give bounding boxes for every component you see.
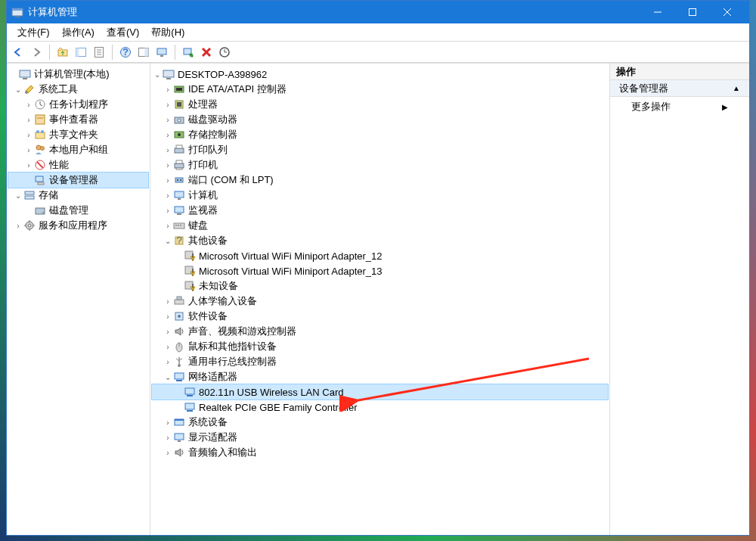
node-performance[interactable]: ›性能 (8, 157, 148, 173)
node-local-users[interactable]: ›本地用户和组 (8, 142, 148, 157)
cat-system-devices[interactable]: ›系统设备 (152, 415, 608, 430)
dev-unknown[interactable]: !未知设备 (152, 278, 608, 294)
svg-rect-94 (185, 403, 194, 409)
cat-software-devices[interactable]: ›软件设备 (152, 309, 608, 324)
printer-icon (173, 159, 185, 171)
collapse-icon: ▲ (733, 84, 740, 92)
computer-icon (163, 68, 175, 80)
node-disk-mgmt[interactable]: ›磁盘管理 (8, 203, 148, 218)
more-actions-item[interactable]: 更多操作 ▶ (610, 97, 749, 117)
svg-rect-70 (178, 225, 179, 226)
minimize-button[interactable] (640, 1, 675, 23)
svg-rect-98 (175, 434, 184, 440)
svg-rect-64 (175, 191, 184, 197)
node-shared-folders[interactable]: ›共享文件夹 (8, 127, 148, 142)
cat-disk-drives[interactable]: ›磁盘驱动器 (152, 112, 608, 127)
cat-other-devices[interactable]: ⌄?其他设备 (152, 233, 608, 248)
svg-rect-61 (175, 178, 183, 182)
svg-rect-91 (176, 380, 182, 381)
dev-usb-wlan[interactable]: 802.11n USB Wireless LAN Card (152, 384, 608, 400)
cat-display-adapters[interactable]: ›显示适配器 (152, 430, 608, 445)
cat-usb[interactable]: ›通用串行总线控制器 (152, 354, 608, 369)
cat-monitors[interactable]: ›监视器 (152, 203, 608, 218)
svg-point-35 (41, 147, 45, 151)
svg-rect-67 (177, 213, 181, 215)
node-event-viewer[interactable]: ›事件查看器 (8, 112, 148, 127)
node-storage[interactable]: ⌄存储 (8, 188, 148, 203)
actions-header: 操作 (610, 64, 749, 80)
svg-rect-26 (23, 78, 27, 79)
help-button[interactable]: ? (117, 44, 134, 61)
toolbar: ? (7, 42, 749, 63)
up-button[interactable] (54, 44, 71, 61)
svg-rect-4 (689, 9, 696, 16)
cat-mouse[interactable]: ›鼠标和其他指针设备 (152, 339, 608, 354)
svg-rect-19 (160, 55, 163, 57)
cat-printers[interactable]: ›打印机 (152, 157, 608, 173)
dev-wifi-miniport-12[interactable]: !Microsoft Virtual WiFi Miniport Adapter… (152, 248, 608, 263)
svg-rect-66 (175, 207, 184, 213)
event-icon (34, 113, 46, 126)
node-device-manager[interactable]: ›设备管理器 (8, 173, 148, 188)
dev-realtek-gbe[interactable]: Realtek PCIe GBE Family Controller (152, 400, 608, 415)
svg-rect-99 (178, 440, 181, 442)
device-tree-pane[interactable]: ⌄DESKTOP-A398962 ›IDE ATA/ATAPI 控制器 ›处理器… (150, 64, 610, 535)
maximize-button[interactable] (675, 1, 710, 23)
cat-ide[interactable]: ›IDE ATA/ATAPI 控制器 (152, 82, 608, 97)
keyboard-icon (173, 219, 185, 232)
monitor-icon-button[interactable] (153, 44, 170, 61)
perf-icon (34, 159, 46, 171)
menu-help[interactable]: 帮助(H) (145, 24, 191, 41)
cat-print-queues[interactable]: ›打印队列 (152, 142, 608, 157)
monitor-icon (173, 204, 185, 216)
close-button[interactable] (710, 1, 745, 23)
disable-button[interactable] (198, 44, 215, 61)
svg-point-55 (178, 133, 181, 136)
sound-icon (173, 325, 185, 337)
cat-hid[interactable]: ›人体学输入设备 (152, 294, 608, 309)
cat-audio-io[interactable]: ›音频输入和输出 (152, 445, 608, 460)
svg-point-86 (178, 364, 181, 367)
cat-keyboards[interactable]: ›键盘 (152, 218, 608, 233)
svg-rect-97 (175, 419, 184, 421)
cat-storage-controllers[interactable]: ›存储控制器 (152, 127, 608, 142)
drive-icon (173, 113, 185, 126)
svg-rect-9 (76, 48, 79, 56)
menu-actions[interactable]: 操作(A) (56, 24, 101, 41)
svg-rect-56 (175, 148, 184, 153)
cat-processor[interactable]: ›处理器 (152, 97, 608, 112)
svg-rect-1 (12, 8, 23, 11)
device-root[interactable]: ⌄DESKTOP-A398962 (152, 67, 608, 82)
actions-section[interactable]: 设备管理器 ▲ (610, 80, 749, 97)
cat-sound[interactable]: ›声音、视频和游戏控制器 (152, 324, 608, 339)
properties-button[interactable] (91, 44, 107, 61)
node-system-tools[interactable]: ⌄系统工具 (8, 82, 148, 97)
forward-button[interactable] (28, 44, 45, 61)
scan-button[interactable] (180, 44, 197, 61)
node-computer-mgmt-local[interactable]: ▶计算机管理(本地) (8, 67, 148, 82)
show-console-button[interactable] (73, 44, 89, 61)
update-driver-button[interactable] (216, 44, 233, 61)
mouse-icon (173, 340, 185, 353)
users-icon (34, 144, 46, 156)
svg-rect-2 (15, 17, 20, 17)
node-task-scheduler[interactable]: ›任务计划程序 (8, 97, 148, 112)
disk-icon (34, 204, 46, 216)
left-tree-pane[interactable]: ▶计算机管理(本地) ⌄系统工具 ›任务计划程序 ›事件查看器 ›共享文件夹 ›… (7, 64, 150, 535)
menu-file[interactable]: 文件(F) (11, 24, 56, 41)
svg-rect-69 (175, 225, 177, 226)
dev-wifi-miniport-13[interactable]: !Microsoft Virtual WiFi Miniport Adapter… (152, 263, 608, 278)
svg-text:!: ! (191, 266, 194, 277)
svg-text:?: ? (176, 235, 181, 246)
menu-view[interactable]: 查看(V) (101, 24, 145, 41)
svg-rect-49 (176, 88, 182, 91)
toggle-tree-button[interactable] (135, 44, 152, 61)
svg-rect-47 (166, 78, 171, 79)
titlebar[interactable]: 计算机管理 (7, 1, 749, 23)
cat-network-adapters[interactable]: ⌄网络适配器 (152, 369, 608, 384)
svg-point-32 (36, 130, 39, 133)
back-button[interactable] (10, 44, 26, 61)
cat-computer[interactable]: ›计算机 (152, 188, 608, 203)
cat-ports[interactable]: ›端口 (COM 和 LPT) (152, 173, 608, 188)
node-services-apps[interactable]: ›服务和应用程序 (8, 218, 148, 233)
